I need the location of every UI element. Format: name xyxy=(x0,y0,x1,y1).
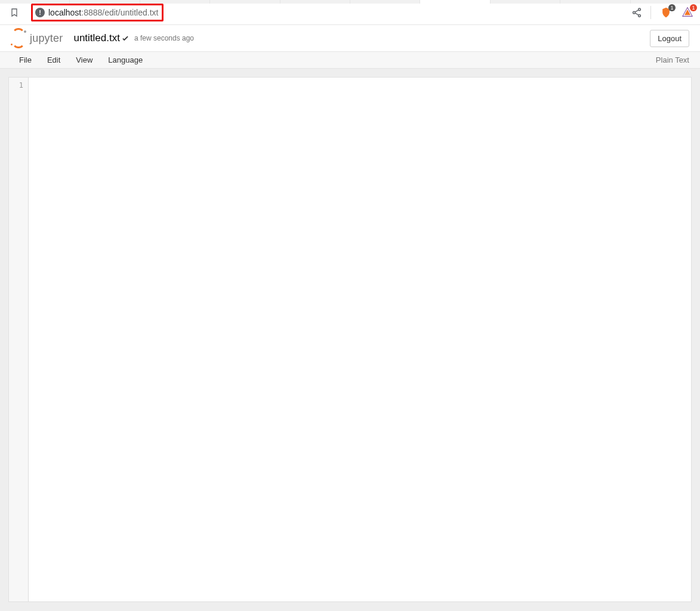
brave-rewards-icon[interactable]: 1 xyxy=(681,6,694,19)
logout-button[interactable]: Logout xyxy=(650,30,689,47)
jupyter-logo-text: jupyter xyxy=(30,32,63,45)
bookmark-icon[interactable] xyxy=(6,4,23,21)
last-saved-timestamp: a few seconds ago xyxy=(134,34,194,42)
site-info-icon[interactable]: ! xyxy=(35,8,45,17)
browser-toolbar: ! localhost:8888/edit/untitled.txt 1 1 xyxy=(0,0,700,25)
jupyter-logo[interactable]: jupyter xyxy=(11,30,63,46)
share-icon[interactable] xyxy=(631,7,642,18)
menu-file[interactable]: File xyxy=(13,53,38,67)
brave-shield-badge: 1 xyxy=(668,4,676,11)
jupyter-logo-icon xyxy=(11,30,26,46)
editor-gutter: 1 xyxy=(9,78,29,601)
toolbar-separator xyxy=(650,6,651,19)
menu-language[interactable]: Language xyxy=(102,53,149,67)
svg-point-0 xyxy=(639,8,641,10)
text-editor: 1 xyxy=(8,77,692,602)
page-body: 1 xyxy=(0,69,700,610)
url-bar[interactable]: ! localhost:8888/edit/untitled.txt xyxy=(31,4,164,21)
brave-shield-icon[interactable]: 1 xyxy=(659,6,673,19)
svg-point-2 xyxy=(639,14,641,17)
filename[interactable]: untitled.txt xyxy=(73,32,129,44)
menubar: File Edit View Language Plain Text xyxy=(0,52,700,69)
editor-textarea[interactable] xyxy=(29,78,691,601)
browser-tabstrip xyxy=(0,0,700,4)
url-path: :8888/edit/untitled.txt xyxy=(81,8,158,17)
svg-point-1 xyxy=(633,11,636,14)
url-host: localhost xyxy=(48,8,81,17)
menu-edit[interactable]: Edit xyxy=(41,53,66,67)
jupyter-header: jupyter untitled.txt a few seconds ago L… xyxy=(0,25,700,52)
menu-view[interactable]: View xyxy=(70,53,98,67)
editor-mode-label[interactable]: Plain Text xyxy=(656,55,693,64)
brave-rewards-badge: 1 xyxy=(690,4,697,11)
filename-text: untitled.txt xyxy=(73,32,120,44)
line-number: 1 xyxy=(9,80,28,91)
check-icon xyxy=(121,34,129,42)
